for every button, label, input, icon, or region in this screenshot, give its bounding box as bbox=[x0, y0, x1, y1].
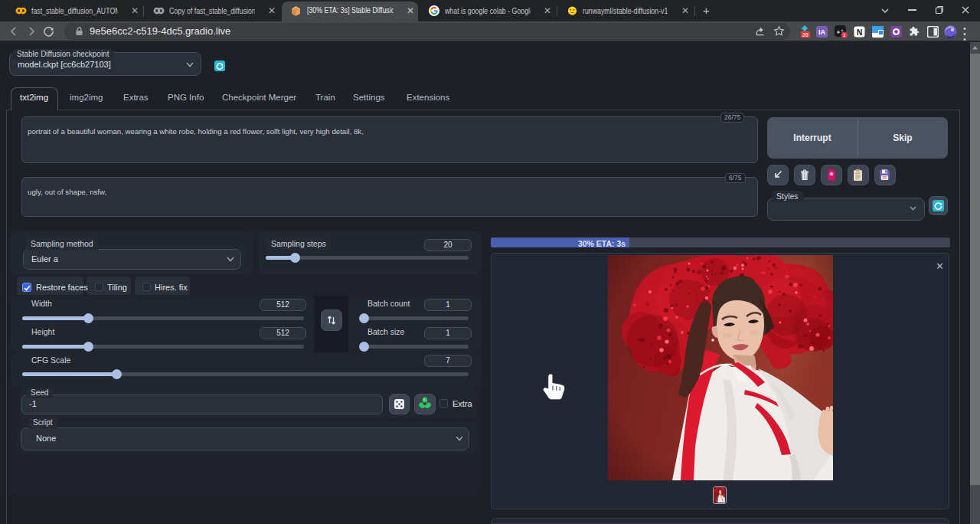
svg-text:IA: IA bbox=[818, 28, 826, 36]
svg-text:20: 20 bbox=[802, 32, 808, 38]
svg-text:N: N bbox=[857, 28, 862, 37]
svg-text:1: 1 bbox=[843, 33, 845, 38]
